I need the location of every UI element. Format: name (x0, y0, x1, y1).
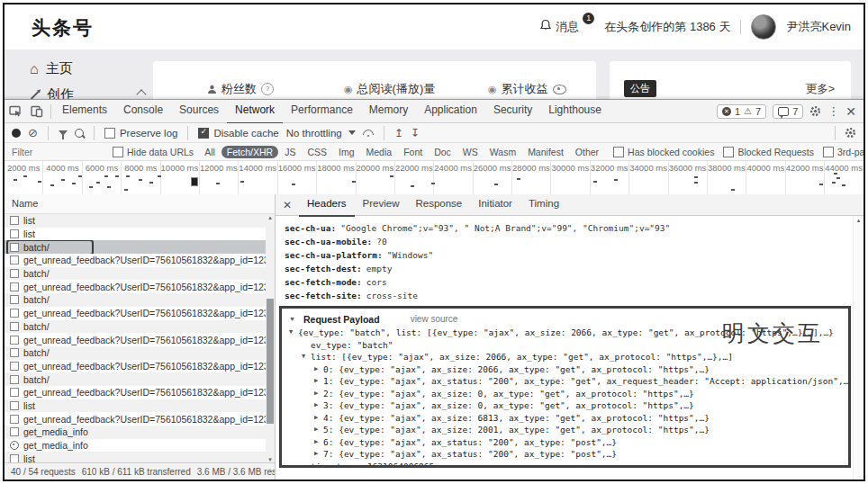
scrollbar-thumb[interactable] (267, 299, 274, 424)
close-details-icon[interactable]: ✕ (276, 199, 299, 211)
import-har-icon[interactable]: ↥ (394, 127, 403, 139)
details-scrollbar[interactable]: ▴ (853, 216, 863, 480)
expand-arrow-icon[interactable]: ▶ (314, 399, 323, 412)
devtools-tab[interactable]: Network (227, 100, 283, 124)
expand-arrow-icon[interactable]: ▶ (314, 363, 323, 376)
device-toolbar-icon[interactable] (26, 100, 48, 122)
network-settings-gear-icon[interactable] (845, 127, 856, 139)
request-type-pill[interactable]: Manifest (522, 146, 569, 158)
request-row[interactable]: get_unread_feedback?UserID=75610561832&a… (5, 333, 266, 346)
filter-checkbox-item[interactable]: 3rd-party requests (823, 147, 865, 157)
request-type-pill[interactable]: WS (457, 146, 484, 158)
payload-line[interactable]: ▶ 5: {ev_type: "ajax", ax_size: 2001, ax… (282, 424, 848, 436)
disable-cache-toggle[interactable]: Disable cache (198, 128, 278, 139)
network-conditions-icon[interactable] (363, 129, 374, 137)
hide-data-urls-toggle[interactable]: Hide data URLs (113, 147, 194, 157)
filter-icon[interactable] (59, 130, 68, 136)
request-type-pill[interactable]: CSS (302, 146, 332, 158)
devtools-tab[interactable]: Elements (54, 100, 115, 122)
username[interactable]: 尹洪亮Kevin (786, 19, 851, 35)
payload-line[interactable]: ▶ 2: {ev_type: "ajax", ax_size: 0, ax_ty… (282, 388, 848, 400)
filter-checkbox-item[interactable]: Has blocked cookies (613, 147, 714, 157)
request-row[interactable]: get_unread_feedback?UserID=75610561832&a… (5, 280, 266, 293)
request-row[interactable]: batch/ (5, 293, 266, 307)
devtools-tab[interactable]: Memory (361, 100, 416, 122)
request-type-pill[interactable]: Font (398, 146, 428, 158)
devtools-tab[interactable]: Application (416, 100, 485, 122)
expand-arrow-icon[interactable] (302, 339, 311, 352)
details-tab[interactable]: Headers (299, 194, 354, 217)
filter-checkbox[interactable] (613, 147, 624, 157)
payload-line[interactable]: timestamp: 1631064096965 (282, 461, 848, 469)
eye-icon[interactable] (553, 85, 566, 94)
help-icon[interactable]: ? (261, 83, 274, 95)
request-row[interactable]: list (5, 399, 266, 413)
stat-earnings[interactable]: ◉ 累计收益 (488, 81, 566, 97)
payload-line[interactable]: ▶ 4: {ev_type: "ajax", ax_size: 6813, ax… (282, 412, 848, 425)
request-row[interactable]: list (5, 214, 266, 228)
clear-icon[interactable]: ⊘ (28, 129, 38, 138)
settings-gear-icon[interactable] (809, 105, 821, 117)
devtools-tab[interactable]: Console (115, 100, 171, 122)
network-overview-timeline[interactable]: 2000 ms4000 ms6000 ms8000 ms10000 ms1200… (5, 161, 863, 195)
request-row[interactable]: batch/ (5, 240, 266, 254)
request-row[interactable]: batch/ (5, 320, 266, 334)
search-icon[interactable] (75, 129, 84, 138)
request-type-pill[interactable]: JS (279, 146, 301, 158)
details-tab[interactable]: Initiator (470, 194, 520, 215)
filter-checkbox-item[interactable]: Blocked Requests (723, 147, 814, 157)
name-column-header[interactable]: Name (5, 194, 275, 214)
request-row[interactable]: batch/ (5, 372, 266, 386)
request-row[interactable]: get_unread_feedback?UserID=75610561832&a… (5, 386, 266, 399)
payload-line[interactable]: ▶ 7: {ev_type: "ajax", ax_status: "200",… (282, 448, 848, 461)
avatar[interactable] (751, 14, 776, 40)
request-row[interactable]: get_unread_feedback?UserID=75610561832&a… (5, 360, 266, 373)
stat-fans[interactable]: 粉丝数 ? (207, 81, 274, 97)
more-link[interactable]: 更多> (806, 82, 835, 97)
expand-arrow-icon[interactable]: ▼ (302, 351, 311, 363)
expand-arrow-icon[interactable] (302, 461, 311, 469)
request-row[interactable]: get_unread_feedback?UserID=75610561832&a… (5, 254, 266, 267)
request-type-pill[interactable]: Wasm (484, 146, 521, 158)
filter-checkbox[interactable] (723, 147, 734, 157)
scroll-up-icon[interactable]: ▴ (854, 217, 863, 224)
disable-cache-checkbox[interactable] (198, 128, 209, 139)
request-type-pill[interactable]: Other (570, 146, 604, 158)
record-button[interactable] (12, 129, 21, 138)
triangle-down-icon[interactable]: ▼ (289, 316, 298, 322)
messages-button[interactable]: 消息 1 (539, 19, 594, 35)
console-status-badge[interactable]: ✕1 ⚠7 (717, 104, 766, 119)
filter-checkbox[interactable] (823, 147, 834, 157)
request-type-pill[interactable]: Img (333, 146, 360, 158)
request-type-pill[interactable]: Media (361, 146, 398, 158)
details-tab[interactable]: Timing (520, 194, 567, 215)
devtools-tab[interactable]: Security (485, 100, 540, 122)
expand-arrow-icon[interactable]: ▶ (314, 448, 323, 461)
close-devtools-icon[interactable]: ✕ (845, 104, 856, 119)
scroll-up-icon[interactable]: ▴ (266, 214, 275, 221)
sidebar-item-create[interactable]: 创作 (30, 86, 74, 99)
request-row[interactable]: get_unread_feedback?UserID=75610561832&a… (5, 307, 266, 320)
devtools-tab[interactable]: Performance (283, 100, 361, 122)
inspect-element-icon[interactable] (5, 100, 26, 122)
expand-arrow-icon[interactable]: ▶ (314, 424, 323, 436)
issues-badge[interactable]: 7 (773, 104, 803, 119)
details-tab[interactable]: Preview (355, 194, 408, 215)
details-tab[interactable]: Response (407, 194, 470, 215)
request-row[interactable]: list (5, 228, 266, 241)
throttling-dropdown[interactable]: No throttling (286, 128, 356, 139)
payload-line[interactable]: ▶ 6: {ev_type: "ajax", ax_status: "200",… (282, 436, 848, 449)
payload-line[interactable]: ▼ list: [{ev_type: "ajax", ax_size: 2066… (282, 351, 848, 363)
hide-data-urls-checkbox[interactable] (113, 147, 123, 157)
expand-arrow-icon[interactable]: ▶ (314, 388, 323, 400)
more-options-icon[interactable]: ⋮ (827, 104, 839, 118)
preserve-log-checkbox[interactable] (104, 128, 115, 139)
devtools-tab[interactable]: Sources (171, 100, 227, 122)
chevron-up-icon[interactable] (136, 89, 146, 99)
preserve-log-toggle[interactable]: Preserve log (104, 128, 178, 139)
request-type-pill[interactable]: All (199, 146, 221, 158)
payload-line[interactable]: ▶ 0: {ev_type: "ajax", ax_size: 2066, ax… (282, 363, 848, 376)
expand-arrow-icon[interactable]: ▶ (314, 412, 323, 425)
request-row[interactable]: get_media_info (5, 426, 266, 439)
request-row[interactable]: get_media_info (5, 439, 266, 453)
